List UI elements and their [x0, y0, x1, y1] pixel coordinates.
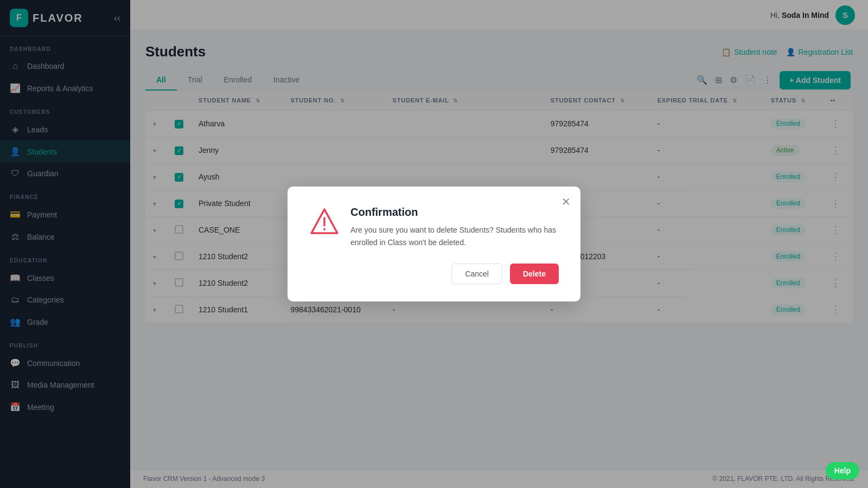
modal-body: Confirmation Are you sure you want to de…	[309, 206, 559, 248]
modal-close-button[interactable]: ✕	[561, 195, 571, 208]
confirmation-overlay: ✕ Confirmation Are you sure you want to …	[0, 0, 868, 488]
confirmation-modal: ✕ Confirmation Are you sure you want to …	[288, 187, 580, 301]
cancel-button[interactable]: Cancel	[451, 264, 502, 284]
modal-footer: Cancel Delete	[309, 264, 559, 284]
modal-title: Confirmation	[350, 206, 559, 219]
modal-description: Are you sure you want to delete Students…	[350, 224, 559, 248]
help-button[interactable]: Help	[826, 462, 859, 479]
modal-text: Confirmation Are you sure you want to de…	[350, 206, 559, 248]
delete-button[interactable]: Delete	[510, 264, 559, 284]
svg-point-2	[323, 228, 326, 230]
warning-icon	[309, 206, 340, 236]
